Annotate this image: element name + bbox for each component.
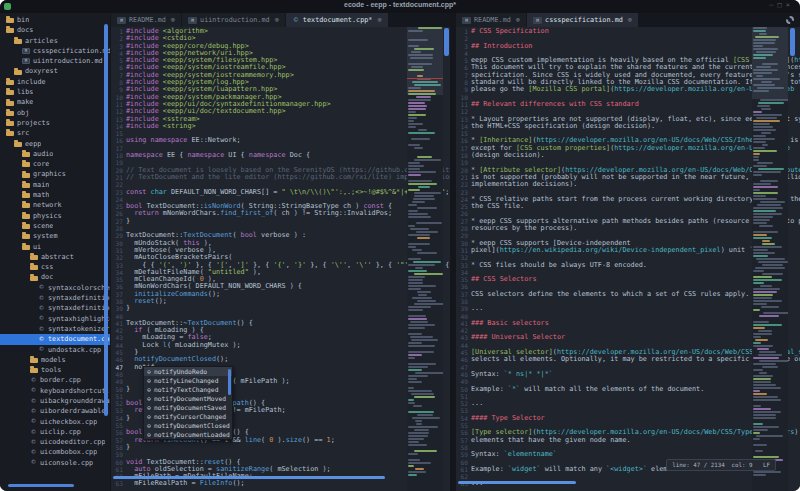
folder-icon — [14, 70, 22, 75]
minimap-viewport-right[interactable] — [752, 27, 788, 99]
tree-item-include[interactable]: include — [0, 77, 110, 87]
cpp-file-icon: © — [30, 429, 37, 436]
tree-item-cssspecification-md[interactable]: Mcssspecification.md — [0, 46, 110, 56]
tree-item-core[interactable]: core — [0, 159, 110, 169]
line-number: 13 — [456, 116, 471, 123]
line-number: 25 — [456, 203, 471, 210]
tree-item-uibackgrounddrawab[interactable]: ©uibackgrounddrawab — [0, 396, 110, 406]
minimap-right[interactable] — [752, 27, 788, 491]
folder-icon — [30, 368, 38, 373]
autocomplete-item-notifyLineChanged[interactable]: notifyLineChanged — [144, 376, 232, 385]
file-tree: bindocsarticlesMcssspecification.mdMuiin… — [0, 15, 110, 468]
autocomplete-item-notifyCursorChanged[interactable]: notifyCursorChanged — [144, 412, 232, 421]
tree-item-libs[interactable]: libs — [0, 87, 110, 97]
tab-close-icon[interactable]: ⊗ — [377, 16, 381, 24]
autocomplete-item-notifyTextChanged[interactable]: notifyTextChanged — [144, 385, 232, 394]
tree-item-undostack-cpp[interactable]: ©undostack.cpp — [0, 345, 110, 355]
tree-item-eepp[interactable]: eepp — [0, 139, 110, 149]
tree-item-projects[interactable]: projects — [0, 118, 110, 128]
tree-item-math[interactable]: math — [0, 190, 110, 200]
editor-right-horizontal-scrollbar[interactable] — [458, 481, 576, 484]
tree-item-system[interactable]: system — [0, 231, 110, 241]
titlebar[interactable]: ecode - eepp - textdocument.cpp* –□× — [0, 0, 800, 13]
code-editor-cssspecification[interactable]: 1# CSS Specification23## Introduction45e… — [456, 27, 800, 491]
tab-close-icon[interactable]: ⊗ — [275, 16, 279, 24]
autocomplete-item-notifyDocumentClosed[interactable]: notifyDocumentClosed — [144, 421, 232, 430]
line-number: 19 — [111, 159, 126, 166]
tree-item-textdocument-cpp[interactable]: ©textdocument.cpp — [0, 334, 110, 344]
tree-item-models[interactable]: models — [0, 355, 110, 365]
tree-item-uiconsole-cpp[interactable]: ©uiconsole.cpp — [0, 458, 110, 468]
tab-close-icon[interactable]: ⊗ — [516, 16, 520, 24]
tree-item-uicheckbox-cpp[interactable]: ©uicheckbox.cpp — [0, 417, 110, 427]
line-number: 7 — [111, 72, 126, 79]
tree-item-src[interactable]: src — [0, 128, 110, 138]
tab-README-md[interactable]: MREADME.md⊗ — [456, 13, 526, 27]
tree-item-uiclip-cpp[interactable]: ©uiclip.cpp — [0, 427, 110, 437]
file-tree-horizontal-scrollbar[interactable] — [8, 484, 74, 487]
code-line: 59Syntax: `elementname` — [456, 451, 800, 458]
tree-item-articles[interactable]: articles — [0, 36, 110, 46]
tab-close-icon[interactable]: ⊗ — [628, 16, 632, 24]
tree-item-css[interactable]: css — [0, 262, 110, 272]
tree-item-main[interactable]: main — [0, 180, 110, 190]
editor-right-vertical-scrollbar[interactable] — [790, 28, 795, 56]
autocomplete-item-notifyDocumentSaved[interactable]: notifyDocumentSaved — [144, 403, 232, 412]
maximize-icon[interactable]: □ — [778, 1, 786, 9]
minimize-icon[interactable]: – — [769, 1, 777, 9]
tree-item-label: articles — [25, 36, 58, 46]
tree-item-make[interactable]: make — [0, 97, 110, 107]
tree-item-network[interactable]: network — [0, 200, 110, 210]
tree-item-physics[interactable]: physics — [0, 211, 110, 221]
tab-label: README.md — [129, 16, 166, 24]
tree-item-syntaxhighlighter-c[interactable]: ©syntaxhighlighter.c — [0, 314, 110, 324]
gear-icon[interactable] — [786, 16, 794, 24]
tree-item-uiintroduction-md[interactable]: Muiintroduction.md — [0, 56, 110, 66]
autocomplete-item-label: notifyTextChanged — [154, 386, 218, 393]
tree-item-bin[interactable]: bin — [0, 15, 110, 25]
line-number: 42 — [456, 327, 471, 334]
tree-item-keyboardshortcut-cp[interactable]: ©keyboardshortcut.cp — [0, 386, 110, 396]
line-number: 26 — [456, 210, 471, 217]
tree-item-syntaxdefinitionma[interactable]: ©syntaxdefinitionma — [0, 303, 110, 313]
tree-item-scene[interactable]: scene — [0, 221, 110, 231]
line-text: const char DEFAULT_NON_WORD_CHARS[] = " … — [126, 189, 449, 196]
tree-item-docs[interactable]: docs — [0, 25, 110, 35]
tree-item-uicombobox-cpp[interactable]: ©uicombobox.cpp — [0, 447, 110, 457]
autocomplete-item-notifyDocumentMoved[interactable]: notifyDocumentMoved — [144, 394, 232, 403]
editor-left-horizontal-scrollbar[interactable] — [113, 476, 385, 479]
tab-textdocument-cpp-[interactable]: ©textdocument.cpp*⊗ — [286, 13, 388, 27]
minimap-left[interactable] — [407, 27, 443, 491]
tree-item-uicodeeditor-cpp[interactable]: ©uicodeeditor.cpp — [0, 437, 110, 447]
tree-item-doc[interactable]: doc — [0, 272, 110, 282]
autocomplete-item-notifyDocumentLoaded[interactable]: notifyDocumentLoaded — [144, 430, 232, 439]
minimap-viewport-left[interactable] — [407, 27, 443, 95]
tree-item-tools[interactable]: tools — [0, 365, 110, 375]
tab-close-icon[interactable]: ⊗ — [171, 16, 175, 24]
tree-item-syntaxtokenizer-cp[interactable]: ©syntaxtokenizer.cp — [0, 324, 110, 334]
tab-uiintroduction-md[interactable]: Muiintroduction.md⊗ — [182, 13, 285, 27]
autocomplete-scrollbar[interactable] — [228, 369, 231, 395]
file-tree-vertical-scrollbar[interactable] — [104, 24, 108, 416]
tree-item-audio[interactable]: audio — [0, 149, 110, 159]
autocomplete-item-notifyUndoRedo[interactable]: notifyUndoRedo — [144, 367, 232, 376]
line-number: 17 — [111, 145, 126, 152]
tree-item-border-cpp[interactable]: ©border.cpp — [0, 375, 110, 385]
tree-item-syntaxdefinition-cp[interactable]: ©syntaxdefinition.cp — [0, 293, 110, 303]
tab-cssspecification-md[interactable]: Mcssspecification.md⊗ — [527, 13, 638, 27]
close-icon[interactable]: × — [786, 1, 794, 9]
tree-item-obj[interactable]: obj — [0, 108, 110, 118]
line-number: 11 — [111, 101, 126, 108]
line-text: ## Introduction — [471, 43, 532, 50]
tab-README-md[interactable]: MREADME.md⊗ — [111, 13, 181, 27]
line-number: 37 — [111, 291, 126, 298]
code-editor-textdocument[interactable]: 1#include <algorithm>2#include <cstdio>3… — [111, 27, 450, 491]
tree-item-ui[interactable]: ui — [0, 242, 110, 252]
tree-item-uiborderdrawable-cp[interactable]: ©uiborderdrawable.cp — [0, 406, 110, 416]
tree-item-doxyrest[interactable]: doxyrest — [0, 66, 110, 76]
line-number: 29 — [456, 232, 471, 239]
editor-left-vertical-scrollbar[interactable] — [444, 28, 449, 56]
tree-item-graphics[interactable]: graphics — [0, 169, 110, 179]
tree-item-syntaxcolorscheme[interactable]: ©syntaxcolorscheme — [0, 283, 110, 293]
tree-item-abstract[interactable]: abstract — [0, 252, 110, 262]
